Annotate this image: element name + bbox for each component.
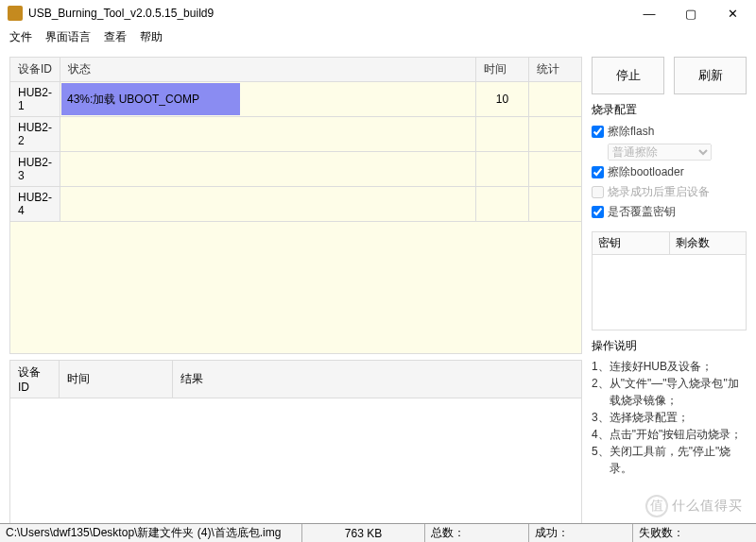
key-col-remain[interactable]: 剩余数 xyxy=(669,232,747,255)
device-status-cell xyxy=(60,117,476,152)
config-title: 烧录配置 xyxy=(592,102,747,118)
status-size: 763 KB xyxy=(302,524,425,542)
col-status[interactable]: 状态 xyxy=(60,58,476,82)
log-col-time[interactable]: 时间 xyxy=(60,361,173,398)
device-id-cell: HUB2-4 xyxy=(10,187,60,222)
burn-config-group: 烧录配置 擦除flash 普通擦除 擦除bootloader 烧录成功后重启设备 xyxy=(592,102,747,224)
device-id-cell: HUB2-3 xyxy=(10,152,60,187)
close-button[interactable]: ✕ xyxy=(713,2,752,25)
device-table-empty-area xyxy=(9,222,582,354)
col-stat[interactable]: 统计 xyxy=(529,58,582,82)
instructions-group: 操作说明 1、连接好HUB及设备；2、从"文件"—"导入烧录包"加载烧录镜像；3… xyxy=(592,338,747,477)
instruction-step: 3、选择烧录配置； xyxy=(592,409,747,426)
log-col-result[interactable]: 结果 xyxy=(173,361,582,398)
title-bar: USB_Burning_Tool_v2.0.5.15_build9 — ▢ ✕ xyxy=(0,0,756,26)
device-time-cell xyxy=(476,117,529,152)
erase-flash-checkbox[interactable] xyxy=(592,126,604,138)
reboot-after-label: 烧录成功后重启设备 xyxy=(608,184,710,200)
status-success: 成功： xyxy=(529,524,633,542)
device-time-cell xyxy=(476,152,529,187)
status-path: C:\Users\dwf135\Desktop\新建文件夹 (4)\首选底包.i… xyxy=(0,524,302,542)
status-fail: 失败数： xyxy=(633,524,737,542)
device-status-cell: 43%:加载 UBOOT_COMP xyxy=(60,82,476,117)
log-col-devid[interactable]: 设备ID xyxy=(10,361,60,398)
instruction-step: 5、关闭工具前，先"停止"烧录。 xyxy=(592,443,747,477)
erase-flash-label: 擦除flash xyxy=(608,124,654,140)
device-stat-cell xyxy=(529,82,582,117)
device-time-cell: 10 xyxy=(476,82,529,117)
device-stat-cell xyxy=(529,152,582,187)
watermark-logo-icon: 值 xyxy=(645,495,668,517)
table-row[interactable]: HUB2-143%:加载 UBOOT_COMP10 xyxy=(10,82,582,117)
key-table-group: 密钥 剩余数 xyxy=(592,231,747,330)
maximize-button[interactable]: ▢ xyxy=(671,2,711,25)
device-time-cell xyxy=(476,187,529,222)
watermark-text: 什么值得买 xyxy=(672,498,743,515)
table-row[interactable]: HUB2-2 xyxy=(10,117,582,152)
menu-help[interactable]: 帮助 xyxy=(140,29,163,45)
col-time[interactable]: 时间 xyxy=(476,58,529,82)
erase-mode-select[interactable]: 普通擦除 xyxy=(608,144,712,161)
device-stat-cell xyxy=(529,187,582,222)
overwrite-key-label: 是否覆盖密钥 xyxy=(608,204,676,220)
menu-language[interactable]: 界面语言 xyxy=(45,29,91,45)
device-table: 设备ID 状态 时间 统计 HUB2-143%:加载 UBOOT_COMP10H… xyxy=(9,57,582,222)
device-status-cell xyxy=(60,152,476,187)
key-col-key[interactable]: 密钥 xyxy=(593,232,670,255)
table-row[interactable]: HUB2-4 xyxy=(10,187,582,222)
device-stat-cell xyxy=(529,117,582,152)
menu-file[interactable]: 文件 xyxy=(9,29,32,45)
log-table: 设备ID 时间 结果 xyxy=(9,360,582,398)
table-row[interactable]: HUB2-3 xyxy=(10,152,582,187)
erase-bootloader-checkbox[interactable] xyxy=(592,166,604,178)
instruction-step: 2、从"文件"—"导入烧录包"加载烧录镜像； xyxy=(592,375,747,409)
erase-bootloader-label: 擦除bootloader xyxy=(608,164,684,180)
device-status-cell xyxy=(60,187,476,222)
stop-button[interactable]: 停止 xyxy=(592,57,664,94)
status-bar: C:\Users\dwf135\Desktop\新建文件夹 (4)\首选底包.i… xyxy=(0,523,756,542)
col-devid[interactable]: 设备ID xyxy=(10,58,60,82)
log-body xyxy=(9,398,582,542)
status-total: 总数： xyxy=(425,524,529,542)
overwrite-key-checkbox[interactable] xyxy=(592,206,604,218)
refresh-button[interactable]: 刷新 xyxy=(674,57,747,94)
instruction-step: 1、连接好HUB及设备； xyxy=(592,358,747,375)
minimize-button[interactable]: — xyxy=(629,2,669,25)
window-title: USB_Burning_Tool_v2.0.5.15_build9 xyxy=(28,7,629,20)
key-table-body xyxy=(592,255,747,330)
reboot-after-checkbox xyxy=(592,186,604,198)
menu-view[interactable]: 查看 xyxy=(104,29,127,45)
progress-bar: 43%:加载 UBOOT_COMP xyxy=(61,83,240,115)
instruction-step: 4、点击"开始"按钮启动烧录； xyxy=(592,426,747,443)
app-icon xyxy=(8,6,23,21)
menu-bar: 文件 界面语言 查看 帮助 xyxy=(0,26,756,47)
device-id-cell: HUB2-2 xyxy=(10,117,60,152)
device-id-cell: HUB2-1 xyxy=(10,82,60,117)
instructions-title: 操作说明 xyxy=(592,338,747,354)
watermark: 值 什么值得买 xyxy=(645,495,743,517)
